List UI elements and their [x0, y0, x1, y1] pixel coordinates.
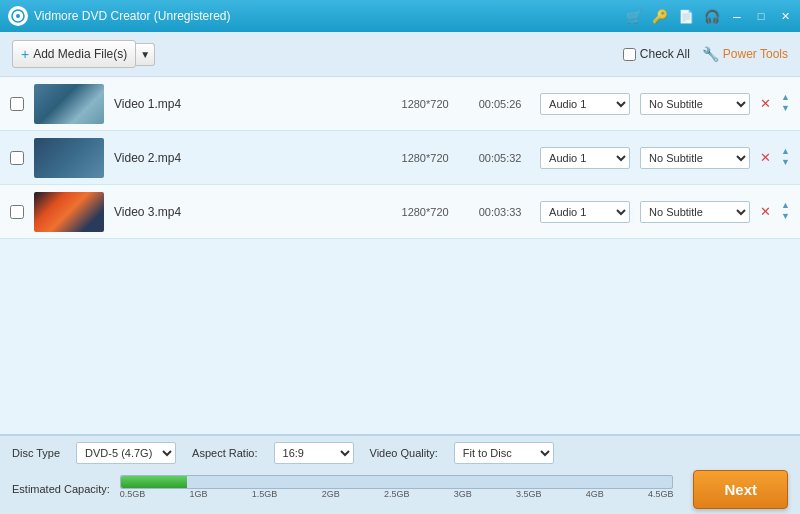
add-media-button[interactable]: + Add Media File(s): [12, 40, 136, 68]
toolbar-right: Check All 🔧 Power Tools: [623, 46, 788, 62]
tick-2: 1.5GB: [252, 489, 278, 499]
wrench-icon: 🔧: [702, 46, 719, 62]
disc-type-label: Disc Type: [12, 447, 60, 459]
aspect-ratio-label: Aspect Ratio:: [192, 447, 257, 459]
capacity-ticks: 0.5GB 1GB 1.5GB 2GB 2.5GB 3GB 3.5GB 4GB …: [120, 489, 674, 499]
capacity-row: Estimated Capacity: 0.5GB 1GB 1.5GB 2GB …: [12, 470, 788, 509]
audio-dropdown-3[interactable]: Audio 1Audio 2: [540, 201, 630, 223]
power-tools-label: Power Tools: [723, 47, 788, 61]
row-arrows-2: ▲ ▼: [781, 147, 790, 168]
video-list: Video 1.mp4 1280*720 00:05:26 Audio 1Aud…: [0, 77, 800, 239]
bottom-bar: Disc Type DVD-5 (4.7G) DVD-9 (8.5G) Blu-…: [0, 434, 800, 514]
subtitle-dropdown-1[interactable]: No SubtitleAdd Subtitle: [640, 93, 750, 115]
row-arrows-1: ▲ ▼: [781, 93, 790, 114]
capacity-bar-fill: [121, 476, 187, 488]
minimize-button[interactable]: –: [730, 9, 744, 23]
row-arrows-3: ▲ ▼: [781, 201, 790, 222]
video-resolution-2: 1280*720: [390, 152, 460, 164]
key-icon[interactable]: 🔑: [652, 9, 668, 24]
video-duration-2: 00:05:32: [470, 152, 530, 164]
tick-8: 4.5GB: [648, 489, 674, 499]
video-name-2: Video 2.mp4: [114, 151, 380, 165]
estimated-capacity-label: Estimated Capacity:: [12, 483, 110, 495]
move-up-2[interactable]: ▲: [781, 147, 790, 157]
app-logo: [8, 6, 28, 26]
tick-0: 0.5GB: [120, 489, 146, 499]
check-all-text: Check All: [640, 47, 690, 61]
audio-select-2[interactable]: Audio 1Audio 2: [540, 147, 630, 169]
cart-icon[interactable]: 🛒: [626, 9, 642, 24]
video-duration-3: 00:03:33: [470, 206, 530, 218]
video-resolution-3: 1280*720: [390, 206, 460, 218]
titlebar-actions: 🛒 🔑 📄 🎧 – □ ✕: [626, 9, 792, 24]
add-icon: +: [21, 46, 29, 62]
file-icon[interactable]: 📄: [678, 9, 694, 24]
tick-7: 4GB: [586, 489, 604, 499]
row-checkbox-3[interactable]: [10, 205, 24, 219]
aspect-ratio-select[interactable]: 16:9 4:3: [274, 442, 354, 464]
video-name-3: Video 3.mp4: [114, 205, 380, 219]
disc-type-select[interactable]: DVD-5 (4.7G) DVD-9 (8.5G) Blu-ray 25G Bl…: [76, 442, 176, 464]
tick-1: 1GB: [190, 489, 208, 499]
move-up-3[interactable]: ▲: [781, 201, 790, 211]
row-checkbox-1[interactable]: [10, 97, 24, 111]
audio-dropdown-2[interactable]: Audio 1Audio 2: [540, 147, 630, 169]
next-button[interactable]: Next: [693, 470, 788, 509]
check-all-checkbox[interactable]: [623, 48, 636, 61]
video-resolution-1: 1280*720: [390, 98, 460, 110]
subtitle-dropdown-2[interactable]: No SubtitleAdd Subtitle: [640, 147, 750, 169]
subtitle-dropdown-3[interactable]: No SubtitleAdd Subtitle: [640, 201, 750, 223]
delete-row-1[interactable]: ✕: [760, 96, 771, 111]
move-down-3[interactable]: ▼: [781, 212, 790, 222]
video-thumbnail-2: [34, 138, 104, 178]
subtitle-select-2[interactable]: No SubtitleAdd Subtitle: [640, 147, 750, 169]
row-checkbox-2[interactable]: [10, 151, 24, 165]
close-button[interactable]: ✕: [778, 9, 792, 23]
tick-4: 2.5GB: [384, 489, 410, 499]
video-thumbnail-1: [34, 84, 104, 124]
move-down-2[interactable]: ▼: [781, 158, 790, 168]
move-up-1[interactable]: ▲: [781, 93, 790, 103]
audio-dropdown-1[interactable]: Audio 1Audio 2: [540, 93, 630, 115]
delete-row-2[interactable]: ✕: [760, 150, 771, 165]
table-row: Video 2.mp4 1280*720 00:05:32 Audio 1Aud…: [0, 131, 800, 185]
video-quality-label: Video Quality:: [370, 447, 438, 459]
move-down-1[interactable]: ▼: [781, 104, 790, 114]
table-row: Video 3.mp4 1280*720 00:03:33 Audio 1Aud…: [0, 185, 800, 239]
add-media-dropdown-button[interactable]: ▼: [136, 43, 155, 66]
video-name-1: Video 1.mp4: [114, 97, 380, 111]
titlebar: Vidmore DVD Creator (Unregistered) 🛒 🔑 📄…: [0, 0, 800, 32]
table-row: Video 1.mp4 1280*720 00:05:26 Audio 1Aud…: [0, 77, 800, 131]
subtitle-select-3[interactable]: No SubtitleAdd Subtitle: [640, 201, 750, 223]
video-quality-select[interactable]: Fit to Disc High Quality Medium Quality …: [454, 442, 554, 464]
maximize-button[interactable]: □: [754, 9, 768, 23]
tick-3: 2GB: [322, 489, 340, 499]
capacity-bar-container: [120, 475, 674, 489]
check-all-label[interactable]: Check All: [623, 47, 690, 61]
audio-select-3[interactable]: Audio 1Audio 2: [540, 201, 630, 223]
add-button-label: Add Media File(s): [33, 47, 127, 61]
settings-row: Disc Type DVD-5 (4.7G) DVD-9 (8.5G) Blu-…: [12, 442, 788, 464]
app-title: Vidmore DVD Creator (Unregistered): [34, 9, 626, 23]
tick-6: 3.5GB: [516, 489, 542, 499]
toolbar: + Add Media File(s) ▼ Check All 🔧 Power …: [0, 32, 800, 77]
svg-point-1: [16, 14, 20, 18]
power-tools-button[interactable]: 🔧 Power Tools: [702, 46, 788, 62]
main-area: + Add Media File(s) ▼ Check All 🔧 Power …: [0, 32, 800, 434]
tick-5: 3GB: [454, 489, 472, 499]
video-thumbnail-3: [34, 192, 104, 232]
audio-select-1[interactable]: Audio 1Audio 2: [540, 93, 630, 115]
video-duration-1: 00:05:26: [470, 98, 530, 110]
headset-icon[interactable]: 🎧: [704, 9, 720, 24]
delete-row-3[interactable]: ✕: [760, 204, 771, 219]
subtitle-select-1[interactable]: No SubtitleAdd Subtitle: [640, 93, 750, 115]
